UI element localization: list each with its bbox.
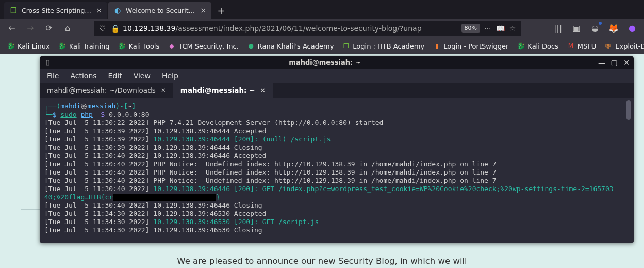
terminal-titlebar[interactable]: ⌷ mahdi@messiah: ~ — ▢ ✕	[40, 56, 634, 69]
tab-strip: ❒ Cross-Site Scripting (XSS × ◐ Welcome …	[0, 0, 644, 19]
redacted-block	[113, 194, 216, 201]
menu-edit[interactable]: Edit	[108, 72, 122, 80]
terminal-tab-downloads[interactable]: mahdi@messiah: ~/Downloads×	[40, 83, 173, 98]
scrollbar-thumb[interactable]	[626, 100, 631, 120]
sidebar-icon[interactable]: ▣	[569, 21, 584, 36]
star-icon[interactable]: ☆	[508, 24, 517, 33]
tab-label: Welcome to Security Blog –	[126, 7, 196, 14]
bookmark-label: Login - PortSwigger	[443, 42, 508, 50]
bookmark-label: Kali Training	[69, 42, 110, 50]
bookmark-label: MSFU	[577, 42, 596, 50]
firefox-icon: ◐	[113, 6, 122, 14]
reload-button[interactable]: ⟳	[41, 21, 57, 36]
terminal-icon: ⌷	[43, 59, 52, 66]
back-button[interactable]: ←	[4, 21, 20, 36]
tab-inactive[interactable]: ❒ Cross-Site Scripting (XSS ×	[4, 2, 107, 19]
new-tab-button[interactable]: +	[212, 2, 230, 19]
bookmark-label: Kali Tools	[129, 42, 160, 50]
terminal-output: ┌──(mahdi㉿messiah)-[~] └─$ sudo php -S 0…	[44, 102, 629, 234]
close-icon[interactable]: ×	[260, 87, 265, 94]
bookmark-kali-training[interactable]: 🐉Kali Training	[55, 39, 113, 53]
bookmark-htb[interactable]: ❒Login : HTB Academy	[338, 39, 428, 53]
browser-chrome: ❒ Cross-Site Scripting (XSS × ◐ Welcome …	[0, 0, 644, 54]
home-button[interactable]: ⌂	[60, 21, 75, 36]
bookmark-label: Exploit-DB	[615, 42, 644, 50]
account-icon[interactable]: ◒	[587, 21, 603, 36]
terminal-tab-home[interactable]: mahdi@messiah: ~×	[173, 83, 273, 98]
bookmark-label: Kali Linux	[18, 42, 50, 50]
bookmark-rana[interactable]: ●Rana Khalil's Academy	[243, 39, 337, 53]
menu-view[interactable]: View	[134, 72, 151, 80]
bookmarks-bar: 🐉Kali Linux 🐉Kali Training 🐉Kali Tools ◆…	[0, 38, 644, 54]
diamond-icon: ◆	[168, 42, 176, 50]
bookmark-label: Kali Docs	[527, 42, 558, 50]
dragon-icon: 🐉	[7, 42, 15, 50]
dragon-icon: 🐉	[58, 42, 67, 50]
circle-icon: ●	[247, 42, 255, 50]
close-icon[interactable]: ×	[96, 7, 102, 14]
nav-toolbar: ← → ⟳ ⌂ 🛡 🔒 10.129.138.39/assessment/ind…	[0, 19, 644, 38]
forward-button[interactable]: →	[23, 21, 38, 36]
bookmark-label: Login : HTB Academy	[353, 42, 424, 50]
close-icon[interactable]: ×	[200, 7, 206, 14]
maximize-button[interactable]: ▢	[610, 58, 618, 67]
lock-strike-icon: 🔒	[110, 24, 120, 33]
bookmark-label: Rana Khalil's Academy	[258, 42, 334, 50]
terminal-tab-label: mahdi@messiah: ~	[180, 86, 255, 94]
bookmark-kali-tools[interactable]: 🐉Kali Tools	[114, 39, 163, 53]
spider-icon: 🕷	[604, 42, 613, 50]
bookmark-label: TCM Security, Inc.	[178, 42, 239, 50]
square-icon: ▮	[433, 42, 441, 50]
library-icon[interactable]: |||	[550, 21, 566, 36]
terminal-title: mahdi@messiah: ~	[52, 58, 598, 66]
shield-icon: 🛡	[98, 24, 107, 33]
bookmark-kali-docs[interactable]: 🐉Kali Docs	[513, 39, 562, 53]
terminal-menubar: File Actions Edit View Help	[40, 69, 634, 83]
url-bar[interactable]: 🛡 🔒 10.129.138.39/assessment/index.php/2…	[94, 21, 521, 36]
reader-icon[interactable]: 📖	[496, 24, 505, 33]
cube-icon: ❒	[342, 42, 350, 50]
foxy-icon[interactable]: 🦊	[606, 21, 621, 36]
menu-actions[interactable]: Actions	[70, 72, 96, 80]
close-icon[interactable]: ×	[161, 87, 166, 94]
dragon-icon: 🐉	[517, 42, 525, 50]
bookmark-exploit-db[interactable]: 🕷Exploit-DB	[601, 39, 644, 53]
minimize-button[interactable]: —	[598, 58, 606, 67]
meatball-icon[interactable]: ⋯	[483, 24, 492, 33]
bookmark-kali-linux[interactable]: 🐉Kali Linux	[3, 39, 54, 53]
terminal-tabs: mahdi@messiah: ~/Downloads× mahdi@messia…	[40, 83, 634, 98]
page-intro: We are pleased to announce our new Secur…	[0, 256, 644, 266]
bookmark-portswigger[interactable]: ▮Login - PortSwigger	[429, 39, 512, 53]
m-icon: М	[567, 42, 575, 50]
url-text: 10.129.138.39/assessment/index.php/2021/…	[123, 24, 456, 33]
bookmark-tcm[interactable]: ◆TCM Security, Inc.	[164, 39, 242, 53]
zoom-badge[interactable]: 80%	[461, 24, 480, 33]
terminal-tab-label: mahdi@messiah: ~/Downloads	[47, 86, 156, 94]
menu-file[interactable]: File	[47, 72, 59, 80]
tab-active[interactable]: ◐ Welcome to Security Blog – ×	[108, 2, 211, 19]
terminal-body[interactable]: ┌──(mahdi㉿messiah)-[~] └─$ sudo php -S 0…	[42, 98, 632, 240]
dragon-icon: 🐉	[118, 42, 126, 50]
extension-icon[interactable]: ●	[624, 21, 640, 36]
cube-icon: ❒	[9, 6, 18, 14]
menu-help[interactable]: Help	[162, 72, 178, 80]
terminal-window: ⌷ mahdi@messiah: ~ — ▢ ✕ File Actions Ed…	[40, 56, 634, 243]
bookmark-msfu[interactable]: МMSFU	[563, 39, 600, 53]
close-button[interactable]: ✕	[622, 58, 631, 67]
tab-label: Cross-Site Scripting (XSS	[22, 7, 92, 14]
